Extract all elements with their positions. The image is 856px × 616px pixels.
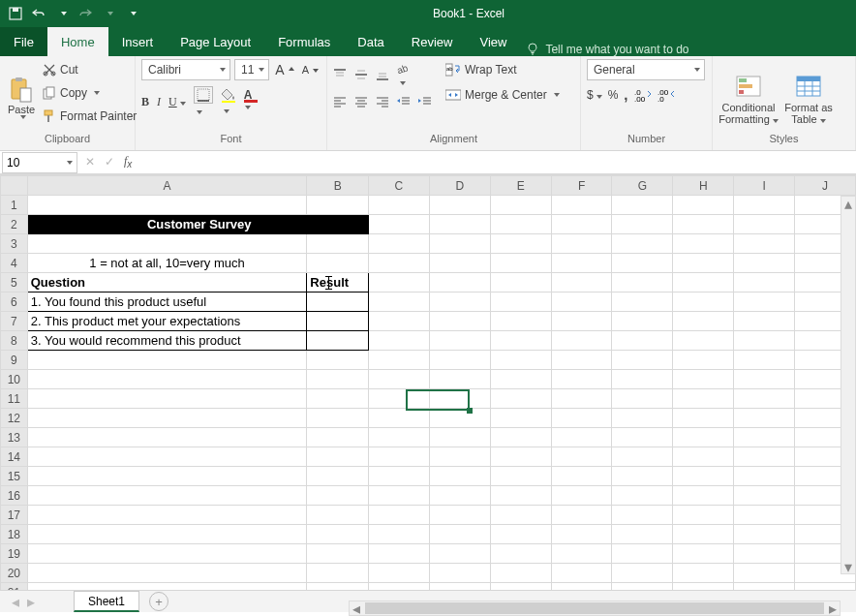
cell[interactable]: [551, 293, 612, 312]
col-header[interactable]: A: [27, 176, 307, 196]
cell[interactable]: [369, 351, 430, 370]
sheet-tab[interactable]: Sheet1: [74, 591, 139, 612]
fill-color-button[interactable]: [221, 87, 236, 116]
increase-decimal-button[interactable]: .0.00: [634, 88, 652, 102]
align-middle-icon[interactable]: [354, 68, 368, 81]
cell[interactable]: [307, 544, 369, 564]
cell[interactable]: [490, 370, 551, 389]
cell[interactable]: [369, 409, 430, 428]
tab-insert[interactable]: Insert: [108, 27, 168, 56]
cell[interactable]: [673, 447, 734, 467]
cell[interactable]: [673, 544, 734, 564]
scroll-up-icon[interactable]: ▴: [841, 197, 855, 210]
cell[interactable]: [307, 525, 369, 544]
cell[interactable]: [490, 293, 551, 312]
cell[interactable]: [429, 331, 490, 351]
row-header[interactable]: 21: [1, 583, 28, 591]
font-size-selector[interactable]: 11: [234, 59, 269, 80]
cell[interactable]: Question: [27, 273, 307, 293]
align-center-icon[interactable]: [354, 96, 368, 108]
cell[interactable]: [490, 215, 551, 234]
cell[interactable]: [612, 351, 673, 370]
redo-more-icon[interactable]: [97, 3, 120, 24]
name-box[interactable]: 10: [2, 152, 77, 173]
format-painter-button[interactable]: Format Painter: [39, 106, 140, 127]
row-header[interactable]: 18: [1, 525, 28, 544]
cell[interactable]: [369, 293, 430, 312]
cell[interactable]: [490, 254, 551, 273]
row-header[interactable]: 13: [1, 428, 28, 447]
next-sheet-icon[interactable]: ▸: [27, 593, 35, 611]
cell[interactable]: [369, 331, 430, 351]
row-header[interactable]: 19: [1, 544, 28, 564]
font-color-button[interactable]: A: [244, 88, 258, 116]
cell[interactable]: [734, 254, 795, 273]
cell[interactable]: [551, 467, 612, 486]
decrease-indent-icon[interactable]: [397, 96, 411, 108]
cell[interactable]: [551, 583, 612, 591]
cell[interactable]: 2. This product met your expectations: [27, 312, 307, 331]
cell[interactable]: [307, 506, 369, 525]
copy-button[interactable]: Copy: [39, 82, 140, 104]
number-format-selector[interactable]: General: [587, 59, 705, 80]
cell[interactable]: [490, 486, 551, 506]
row-header[interactable]: 8: [1, 331, 28, 351]
cell[interactable]: [734, 370, 795, 389]
cell[interactable]: [551, 506, 612, 525]
cell[interactable]: [734, 196, 795, 215]
scroll-right-icon[interactable]: ▸: [826, 601, 840, 615]
cell[interactable]: [734, 486, 795, 506]
cell[interactable]: [429, 506, 490, 525]
row-header[interactable]: 11: [1, 389, 28, 409]
row-header[interactable]: 4: [1, 254, 28, 273]
cell[interactable]: [369, 312, 430, 331]
accounting-format-button[interactable]: $: [587, 88, 602, 102]
cell[interactable]: [27, 506, 307, 525]
align-top-icon[interactable]: [333, 68, 347, 81]
cell[interactable]: [734, 428, 795, 447]
cell[interactable]: [490, 331, 551, 351]
cell[interactable]: [551, 544, 612, 564]
cell[interactable]: [612, 564, 673, 583]
cell[interactable]: [369, 544, 430, 564]
cell[interactable]: [369, 254, 430, 273]
spreadsheet-grid[interactable]: ABCDEFGHIJ12Customer Survey341 = not at …: [0, 174, 856, 590]
col-header[interactable]: E: [490, 176, 551, 196]
cell[interactable]: [369, 447, 430, 467]
cell[interactable]: [307, 196, 369, 215]
cell[interactable]: [673, 506, 734, 525]
comma-format-button[interactable]: ,: [624, 86, 627, 103]
cell[interactable]: [369, 506, 430, 525]
merge-center-button[interactable]: Merge & Center: [442, 84, 564, 106]
underline-button[interactable]: U: [168, 95, 186, 109]
cell[interactable]: [490, 583, 551, 591]
cell[interactable]: [429, 370, 490, 389]
cell[interactable]: [551, 312, 612, 331]
scroll-down-icon[interactable]: ▾: [841, 560, 855, 573]
vertical-scrollbar[interactable]: ▴ ▾: [841, 196, 856, 574]
undo-more-icon[interactable]: [50, 3, 74, 24]
cell[interactable]: [429, 486, 490, 506]
cell[interactable]: [490, 409, 551, 428]
cell[interactable]: [490, 196, 551, 215]
cell[interactable]: [369, 389, 430, 409]
cell[interactable]: [307, 428, 369, 447]
cell[interactable]: [673, 312, 734, 331]
cell[interactable]: [551, 525, 612, 544]
customize-qat-icon[interactable]: [120, 3, 143, 24]
redo-icon[interactable]: [74, 3, 97, 24]
cell[interactable]: [673, 254, 734, 273]
cell[interactable]: [612, 506, 673, 525]
cell[interactable]: [429, 293, 490, 312]
cell[interactable]: [734, 525, 795, 544]
cell[interactable]: [27, 525, 307, 544]
cell[interactable]: [612, 254, 673, 273]
cell[interactable]: [307, 331, 369, 351]
font-family-selector[interactable]: Calibri: [141, 59, 230, 80]
col-header[interactable]: C: [369, 176, 430, 196]
tab-review[interactable]: Review: [398, 27, 467, 56]
cell[interactable]: [612, 312, 673, 331]
cell[interactable]: [490, 544, 551, 564]
cell[interactable]: [369, 525, 430, 544]
cell[interactable]: [429, 428, 490, 447]
